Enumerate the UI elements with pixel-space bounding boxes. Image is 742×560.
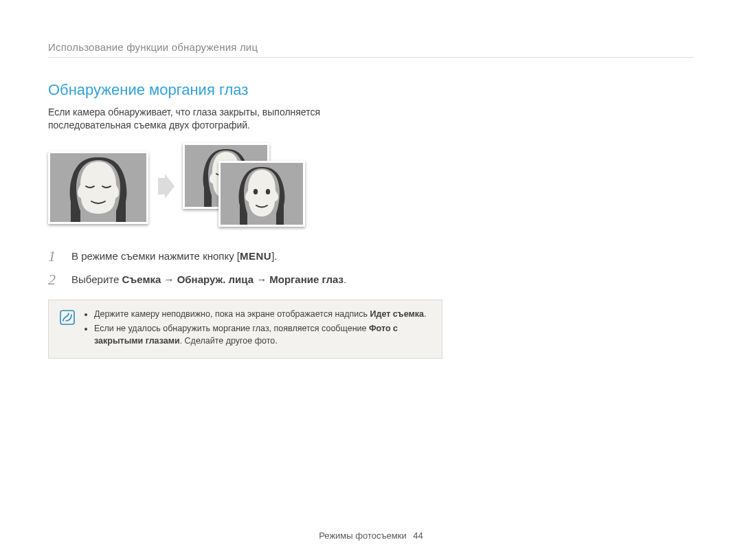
- section-header: Использование функции обнаружения лиц: [48, 41, 694, 58]
- step-1: 1 В режиме съемки нажмите кнопку [MENU].: [48, 249, 405, 264]
- photo-result-front: [218, 161, 305, 227]
- step-text: Выберите Съемка → Обнаруж. лица → Морган…: [71, 272, 346, 287]
- note-icon: [60, 310, 75, 350]
- note-item-2: Если не удалось обнаружить моргание глаз…: [94, 323, 431, 347]
- page-footer: Режимы фотосъемки 44: [0, 530, 742, 541]
- note-1-bold: Идет съемка: [370, 309, 424, 319]
- note-1-pre: Держите камеру неподвижно, пока на экран…: [94, 309, 370, 319]
- photo-stack: [183, 143, 300, 232]
- step-2-pre: Выберите: [71, 273, 122, 285]
- note-box: Держите камеру неподвижно, пока на экран…: [48, 300, 442, 359]
- photo-eyes-closed: [48, 151, 148, 224]
- step-2: 2 Выберите Съемка → Обнаруж. лица → Морг…: [48, 272, 405, 287]
- page-title: Обнаружение моргания глаз: [48, 81, 694, 99]
- step-text: В режиме съемки нажмите кнопку [MENU].: [71, 249, 278, 264]
- arrow-right-icon: [155, 172, 176, 203]
- intro-paragraph: Если камера обнаруживает, что глаза закр…: [48, 106, 392, 132]
- svg-point-4: [266, 189, 270, 194]
- step-1-post: ].: [271, 250, 277, 262]
- figure-row: [48, 143, 694, 232]
- note-item-1: Держите камеру неподвижно, пока на экран…: [94, 309, 431, 321]
- menu-label: MENU: [240, 249, 271, 264]
- step-number: 2: [48, 272, 60, 287]
- note-2-post: . Сделайте другое фото.: [180, 336, 278, 346]
- face-eyes-open-icon: [221, 163, 303, 225]
- face-eyes-closed-icon: [50, 153, 146, 222]
- manual-page: Использование функции обнаружения лиц Об…: [0, 0, 742, 560]
- footer-label: Режимы фотосъемки: [319, 530, 406, 541]
- svg-point-3: [254, 189, 258, 194]
- page-number: 44: [413, 530, 423, 541]
- step-1-pre: В режиме съемки нажмите кнопку [: [71, 250, 240, 262]
- svg-rect-5: [60, 311, 74, 324]
- note-list: Держите камеру неподвижно, пока на экран…: [85, 309, 431, 350]
- step-2-bold: Съемка → Обнаруж. лица → Моргание глаз: [122, 273, 343, 285]
- note-1-post: .: [424, 309, 426, 319]
- step-2-post: .: [344, 273, 346, 285]
- note-2-pre: Если не удалось обнаружить моргание глаз…: [94, 324, 369, 333]
- step-number: 1: [48, 249, 60, 264]
- steps-list: 1 В режиме съемки нажмите кнопку [MENU].…: [48, 249, 405, 287]
